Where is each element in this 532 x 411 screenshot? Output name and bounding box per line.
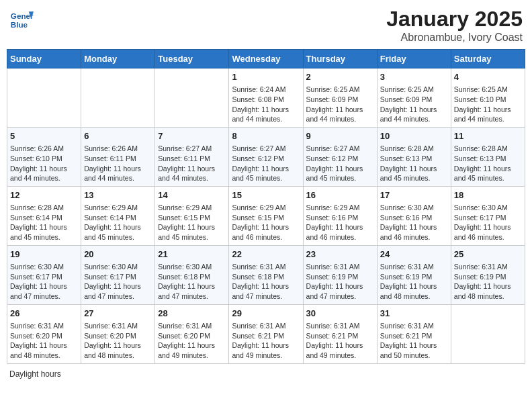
- day-info: Sunrise: 6:28 AM Sunset: 6:13 PM Dayligh…: [380, 144, 448, 183]
- day-info: Sunrise: 6:31 AM Sunset: 6:20 PM Dayligh…: [158, 321, 226, 361]
- day-number: 8: [232, 130, 300, 142]
- calendar-day-cell: 22Sunrise: 6:31 AM Sunset: 6:18 PM Dayli…: [229, 245, 303, 304]
- calendar-day-cell: 18Sunrise: 6:30 AM Sunset: 6:17 PM Dayli…: [451, 186, 525, 245]
- day-info: Sunrise: 6:25 AM Sunset: 6:09 PM Dayligh…: [306, 85, 374, 124]
- day-number: 24: [380, 248, 448, 261]
- calendar-day-cell: 26Sunrise: 6:31 AM Sunset: 6:20 PM Dayli…: [7, 304, 81, 363]
- day-number: 23: [306, 248, 374, 261]
- day-number: 29: [232, 308, 300, 320]
- calendar-day-cell: 11Sunrise: 6:28 AM Sunset: 6:13 PM Dayli…: [451, 127, 525, 186]
- calendar-day-cell: 16Sunrise: 6:29 AM Sunset: 6:16 PM Dayli…: [303, 186, 377, 245]
- calendar-day-cell: 7Sunrise: 6:27 AM Sunset: 6:11 PM Daylig…: [155, 127, 229, 186]
- day-number: 7: [158, 130, 226, 142]
- day-info: Sunrise: 6:31 AM Sunset: 6:19 PM Dayligh…: [380, 262, 448, 302]
- page-title: January 2025: [386, 7, 523, 32]
- day-info: Sunrise: 6:28 AM Sunset: 6:14 PM Dayligh…: [10, 203, 78, 242]
- day-number: 17: [380, 189, 448, 201]
- day-info: Sunrise: 6:30 AM Sunset: 6:17 PM Dayligh…: [10, 262, 78, 302]
- day-number: 31: [380, 308, 448, 320]
- day-info: Sunrise: 6:31 AM Sunset: 6:21 PM Dayligh…: [380, 321, 448, 361]
- day-number: 19: [10, 248, 78, 261]
- weekday-header-cell: Wednesday: [229, 50, 303, 68]
- svg-text:Blue: Blue: [11, 20, 28, 29]
- logo-icon: General Blue: [9, 7, 34, 31]
- calendar-day-cell: 10Sunrise: 6:28 AM Sunset: 6:13 PM Dayli…: [377, 127, 451, 186]
- day-info: Sunrise: 6:31 AM Sunset: 6:21 PM Dayligh…: [306, 321, 374, 361]
- calendar-day-cell: 24Sunrise: 6:31 AM Sunset: 6:19 PM Dayli…: [377, 245, 451, 304]
- day-info: Sunrise: 6:25 AM Sunset: 6:10 PM Dayligh…: [454, 85, 522, 124]
- day-number: 30: [306, 308, 374, 320]
- calendar-day-cell: 2Sunrise: 6:25 AM Sunset: 6:09 PM Daylig…: [303, 68, 377, 128]
- calendar-week-row: 26Sunrise: 6:31 AM Sunset: 6:20 PM Dayli…: [7, 304, 525, 363]
- weekday-header-row: SundayMondayTuesdayWednesdayThursdayFrid…: [7, 50, 525, 68]
- day-number: 26: [10, 308, 78, 320]
- day-number: 2: [306, 71, 374, 83]
- weekday-header-cell: Friday: [377, 50, 451, 68]
- day-info: Sunrise: 6:25 AM Sunset: 6:09 PM Dayligh…: [380, 85, 448, 124]
- weekday-header-cell: Monday: [81, 50, 155, 68]
- day-number: 28: [158, 308, 226, 320]
- calendar-table: SundayMondayTuesdayWednesdayThursdayFrid…: [7, 49, 525, 364]
- calendar-day-cell: 29Sunrise: 6:31 AM Sunset: 6:21 PM Dayli…: [229, 304, 303, 363]
- calendar-day-cell: 14Sunrise: 6:29 AM Sunset: 6:15 PM Dayli…: [155, 186, 229, 245]
- day-number: 25: [454, 248, 522, 261]
- day-number: 13: [84, 189, 152, 201]
- page-header: General Blue January 2025 Abronambue, Iv…: [7, 7, 525, 44]
- calendar-day-cell: 23Sunrise: 6:31 AM Sunset: 6:19 PM Dayli…: [303, 245, 377, 304]
- calendar-day-cell: 13Sunrise: 6:29 AM Sunset: 6:14 PM Dayli…: [81, 186, 155, 245]
- day-number: 4: [454, 71, 522, 83]
- day-number: 6: [84, 130, 152, 142]
- day-info: Sunrise: 6:29 AM Sunset: 6:14 PM Dayligh…: [84, 203, 152, 242]
- day-number: 3: [380, 71, 448, 83]
- calendar-day-cell: 21Sunrise: 6:30 AM Sunset: 6:18 PM Dayli…: [155, 245, 229, 304]
- weekday-header-cell: Tuesday: [155, 50, 229, 68]
- day-number: 18: [454, 189, 522, 201]
- day-info: Sunrise: 6:30 AM Sunset: 6:18 PM Dayligh…: [158, 262, 226, 302]
- calendar-day-cell: 25Sunrise: 6:31 AM Sunset: 6:19 PM Dayli…: [451, 245, 525, 304]
- day-info: Sunrise: 6:29 AM Sunset: 6:15 PM Dayligh…: [232, 203, 300, 242]
- calendar-day-cell: [81, 68, 155, 128]
- calendar-day-cell: 28Sunrise: 6:31 AM Sunset: 6:20 PM Dayli…: [155, 304, 229, 363]
- day-number: 5: [10, 130, 78, 142]
- footer: Daylight hours: [7, 369, 525, 379]
- day-number: 9: [306, 130, 374, 142]
- calendar-day-cell: 5Sunrise: 6:26 AM Sunset: 6:10 PM Daylig…: [7, 127, 81, 186]
- calendar-day-cell: 8Sunrise: 6:27 AM Sunset: 6:12 PM Daylig…: [229, 127, 303, 186]
- day-number: 20: [84, 248, 152, 261]
- day-info: Sunrise: 6:30 AM Sunset: 6:16 PM Dayligh…: [380, 203, 448, 242]
- calendar-day-cell: [155, 68, 229, 128]
- day-info: Sunrise: 6:31 AM Sunset: 6:19 PM Dayligh…: [306, 262, 374, 302]
- calendar-body: 1Sunrise: 6:24 AM Sunset: 6:08 PM Daylig…: [7, 68, 525, 364]
- day-info: Sunrise: 6:31 AM Sunset: 6:20 PM Dayligh…: [10, 321, 78, 361]
- day-number: 14: [158, 189, 226, 201]
- calendar-week-row: 19Sunrise: 6:30 AM Sunset: 6:17 PM Dayli…: [7, 245, 525, 304]
- page-subtitle: Abronambue, Ivory Coast: [386, 32, 523, 44]
- day-info: Sunrise: 6:29 AM Sunset: 6:15 PM Dayligh…: [158, 203, 226, 242]
- day-info: Sunrise: 6:31 AM Sunset: 6:20 PM Dayligh…: [84, 321, 152, 361]
- calendar-day-cell: 6Sunrise: 6:26 AM Sunset: 6:11 PM Daylig…: [81, 127, 155, 186]
- calendar-day-cell: 19Sunrise: 6:30 AM Sunset: 6:17 PM Dayli…: [7, 245, 81, 304]
- day-info: Sunrise: 6:31 AM Sunset: 6:21 PM Dayligh…: [232, 321, 300, 361]
- day-info: Sunrise: 6:27 AM Sunset: 6:12 PM Dayligh…: [232, 144, 300, 183]
- logo: General Blue: [9, 7, 36, 31]
- calendar-day-cell: 30Sunrise: 6:31 AM Sunset: 6:21 PM Dayli…: [303, 304, 377, 363]
- day-info: Sunrise: 6:27 AM Sunset: 6:11 PM Dayligh…: [158, 144, 226, 183]
- calendar-day-cell: 27Sunrise: 6:31 AM Sunset: 6:20 PM Dayli…: [81, 304, 155, 363]
- day-number: 15: [232, 189, 300, 201]
- weekday-header-cell: Saturday: [451, 50, 525, 68]
- calendar-day-cell: 3Sunrise: 6:25 AM Sunset: 6:09 PM Daylig…: [377, 68, 451, 128]
- calendar-day-cell: 4Sunrise: 6:25 AM Sunset: 6:10 PM Daylig…: [451, 68, 525, 128]
- day-number: 27: [84, 308, 152, 320]
- day-number: 11: [454, 130, 522, 142]
- day-number: 22: [232, 248, 300, 261]
- day-number: 16: [306, 189, 374, 201]
- calendar-day-cell: [451, 304, 525, 363]
- daylight-label: Daylight hours: [9, 369, 61, 379]
- day-info: Sunrise: 6:26 AM Sunset: 6:11 PM Dayligh…: [84, 144, 152, 183]
- day-number: 10: [380, 130, 448, 142]
- title-block: January 2025 Abronambue, Ivory Coast: [386, 7, 523, 44]
- day-info: Sunrise: 6:28 AM Sunset: 6:13 PM Dayligh…: [454, 144, 522, 183]
- day-info: Sunrise: 6:30 AM Sunset: 6:17 PM Dayligh…: [84, 262, 152, 302]
- day-number: 21: [158, 248, 226, 261]
- day-info: Sunrise: 6:30 AM Sunset: 6:17 PM Dayligh…: [454, 203, 522, 242]
